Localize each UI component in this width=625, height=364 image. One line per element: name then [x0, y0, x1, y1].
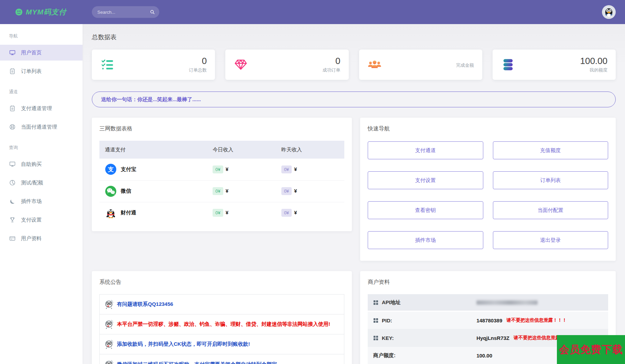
sidebar-item-f2f-channel-mgmt[interactable]: 当面付通道管理 — [0, 119, 83, 135]
top-header: MYM码支付 — [0, 0, 625, 24]
notice-text: 微信添加过二维码后不可改昵称，支付宝需要关闭余额自动转到余额宝。 — [117, 361, 282, 364]
merchant-quota-value: 100.00 — [476, 353, 492, 358]
table-row-wechat: 微信 0¥¥ 0¥¥ — [99, 180, 344, 202]
quick-nav-panel: 快速导航 支付通道 充值额度 支付设置 订单列表 查看密钥 当面付配置 插件市场… — [360, 118, 616, 261]
yen-unit: ¥ — [226, 166, 228, 172]
merchant-row-api-address: API地址 — [368, 294, 608, 312]
dizzy-emoticon-icon — [104, 339, 114, 349]
yen-unit: ¥ — [294, 210, 297, 215]
sidebar-item-label: 用户首页 — [21, 50, 42, 56]
users-icon — [367, 57, 382, 72]
today-income-badge: 0¥ — [213, 209, 223, 217]
search-icon[interactable] — [150, 9, 155, 15]
notice-row-contact[interactable]: 有问题请联系QQ123456 — [100, 295, 344, 314]
channel-name: 支付宝 — [121, 166, 136, 173]
notice-row-qrcode-ck[interactable]: 添加收款码，并扫码登入CK状态，即可开启即时到账收款! — [100, 334, 344, 354]
quicknav-f2f-config-button[interactable]: 当面付配置 — [493, 201, 608, 219]
stat-cards-row: 0 订单总数 0 成功订单 完成金额 — [92, 50, 616, 80]
quicknav-recharge-quota-button[interactable]: 充值额度 — [493, 141, 608, 159]
wechat-icon — [105, 185, 117, 197]
table-row-tenpay: 财付通 0¥¥ 0¥¥ — [99, 202, 344, 224]
merchant-row-pid: PID: 148780389 请不要把这些信息泄露！！！ — [368, 312, 608, 329]
yen-unit: ¥ — [226, 188, 228, 194]
sidebar-item-label: 插件市场 — [21, 198, 42, 205]
search-input[interactable] — [97, 10, 150, 15]
notice-text: 添加收款码，并扫码登入CK状态，即可开启即时到账收款! — [117, 341, 250, 347]
brand-logo[interactable]: MYM码支付 — [0, 7, 83, 17]
sidebar-item-user-profile[interactable]: 用户资料 — [0, 231, 83, 246]
api-address-redacted-value — [476, 300, 538, 305]
quick-nav-grid: 支付通道 充值额度 支付设置 订单列表 查看密钥 当面付配置 插件市场 退出登录 — [368, 141, 608, 249]
panel-title: 系统公告 — [99, 279, 344, 286]
yen-unit: ¥ — [294, 166, 297, 172]
quicknav-plugin-market-button[interactable]: 插件市场 — [368, 231, 483, 249]
download-banner-text: 会员免费下载 — [559, 343, 623, 357]
sidebar-item-order-list[interactable]: 订单列表 — [0, 63, 83, 79]
sidebar-item-user-home[interactable]: 用户首页 — [0, 45, 83, 61]
sidebar-item-label: 订单列表 — [21, 68, 42, 75]
app-root: MYM码支付 导航 用户首页 订单列表 通道 支付通道管理 — [0, 0, 625, 364]
sidebar-item-label: 用户资料 — [21, 235, 42, 242]
stat-card-my-quota: 100.00 我的额度 — [493, 50, 616, 80]
trophy-icon — [9, 216, 16, 223]
col-header-channel: 通道支付 — [99, 141, 207, 159]
diamond-icon — [234, 57, 248, 72]
user-avatar[interactable] — [602, 5, 616, 19]
merchant-label: PID: — [382, 318, 392, 323]
pid-value: 148780389 — [476, 318, 502, 323]
sidebar-item-pay-settings[interactable]: 支付设置 — [0, 212, 83, 228]
content-row-2: 系统公告 有问题请联系QQ123456 本平台严禁一切淫秽、涉赌、政治、钓鱼、诈… — [92, 271, 616, 364]
stat-card-total-orders: 0 订单总数 — [92, 50, 215, 80]
notice-row-wechat-nickname[interactable]: 微信添加过二维码后不可改昵称，支付宝需要关闭余额自动转到余额宝。 — [100, 354, 344, 364]
sidebar-item-label: 自助购买 — [21, 161, 42, 168]
clipboard-icon — [9, 105, 16, 112]
sidebar-item-pay-channel-mgmt[interactable]: 支付通道管理 — [0, 100, 83, 116]
stat-value: 0 — [189, 56, 207, 66]
checklist-icon — [100, 57, 115, 72]
tenpay-icon — [105, 207, 117, 219]
quicknav-order-list-button[interactable]: 订单列表 — [493, 171, 608, 189]
quicknav-logout-button[interactable]: 退出登录 — [493, 231, 608, 249]
search-box[interactable] — [92, 6, 159, 18]
sidebar-item-test-quota[interactable]: 测试/配额 — [0, 175, 83, 191]
moon-icon — [9, 198, 16, 205]
grid-icon — [373, 300, 378, 305]
alipay-icon: 支 — [105, 163, 117, 175]
sidebar-section-query: 查询 — [0, 138, 83, 153]
notice-text: 有问题请联系QQ123456 — [117, 301, 173, 308]
penguin-badge-icon — [15, 8, 23, 16]
quote-text: 送给你一句话：你还是...笑起来...最棒了...... — [101, 96, 201, 103]
panel-title: 三网数据表格 — [99, 125, 344, 132]
yesterday-income-badge: 0¥ — [281, 165, 292, 173]
dizzy-emoticon-icon — [104, 360, 114, 364]
sidebar-section-nav: 导航 — [0, 26, 83, 42]
clipboard-icon — [9, 68, 16, 75]
brand-title: MYM码支付 — [26, 7, 66, 17]
grid-icon — [373, 318, 378, 323]
stat-label: 订单总数 — [189, 67, 207, 73]
svg-text:支: 支 — [108, 166, 114, 173]
vip-free-download-banner[interactable]: 会员免费下载 — [557, 335, 625, 364]
quicknav-view-key-button[interactable]: 查看密钥 — [368, 201, 483, 219]
sidebar-item-self-buy[interactable]: 自助购买 — [0, 156, 83, 172]
channel-name: 财付通 — [121, 210, 136, 216]
stat-label: 完成金额 — [456, 62, 474, 68]
merchant-label: 商户额度: — [373, 352, 396, 359]
yesterday-income-badge: 0¥ — [281, 209, 292, 217]
network-table-panel: 三网数据表格 通道支付 今日收入 昨天收入 支 支付宝 — [92, 118, 352, 231]
card-icon — [9, 235, 16, 242]
panel-title: 快速导航 — [368, 125, 608, 132]
notice-row-prohibited[interactable]: 本平台严禁一切淫秽、涉赌、政治、钓鱼、诈骗、理财、借贷、封建迷信等非法网站接入使… — [100, 314, 344, 334]
dizzy-emoticon-icon — [104, 299, 114, 309]
sidebar-item-plugin-market[interactable]: 插件市场 — [0, 193, 83, 209]
col-header-yesterday: 昨天收入 — [276, 141, 344, 159]
today-income-badge: 0¥ — [213, 187, 223, 195]
col-header-today: 今日收入 — [207, 141, 276, 159]
notices-panel: 系统公告 有问题请联系QQ123456 本平台严禁一切淫秽、涉赌、政治、钓鱼、诈… — [92, 271, 352, 364]
sidebar-item-label: 支付设置 — [21, 217, 42, 223]
quicknav-pay-settings-button[interactable]: 支付设置 — [368, 171, 483, 189]
sidebar-item-label: 当面付通道管理 — [21, 124, 57, 130]
quicknav-pay-channel-button[interactable]: 支付通道 — [368, 141, 483, 159]
ring-icon — [9, 124, 16, 130]
notice-list: 有问题请联系QQ123456 本平台严禁一切淫秽、涉赌、政治、钓鱼、诈骗、理财、… — [99, 294, 344, 364]
